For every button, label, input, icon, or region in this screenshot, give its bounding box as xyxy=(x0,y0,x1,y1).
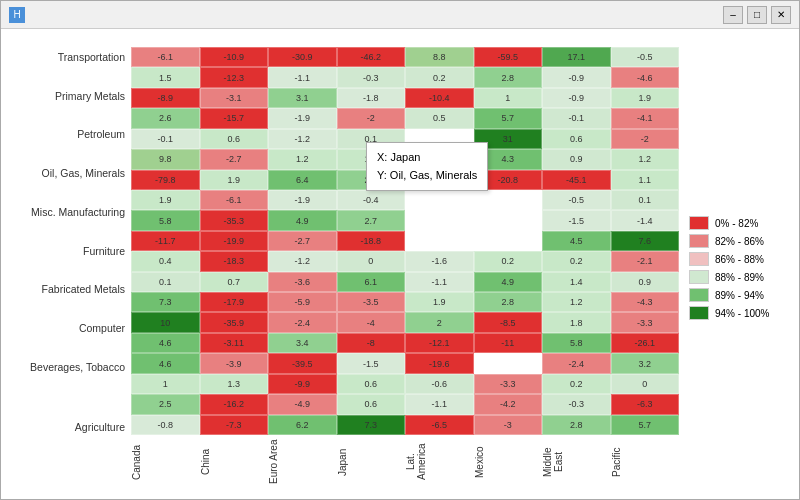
heatmap-cell[interactable]: -2.7 xyxy=(200,149,269,169)
heatmap-cell[interactable]: -15.9 xyxy=(405,170,474,190)
heatmap-cell[interactable]: -4.6 xyxy=(611,67,680,87)
heatmap-cell[interactable]: -0.3 xyxy=(337,67,406,87)
heatmap-cell[interactable]: 2.8 xyxy=(542,415,611,435)
heatmap-cell[interactable]: -59.5 xyxy=(474,47,543,67)
heatmap-cell[interactable]: -6.5 xyxy=(405,415,474,435)
heatmap-cell[interactable]: 1 xyxy=(131,374,200,394)
heatmap-cell[interactable]: -1.1 xyxy=(268,67,337,87)
heatmap-cell[interactable]: -19.9 xyxy=(200,231,269,251)
minimize-button[interactable]: – xyxy=(723,6,743,24)
heatmap-cell[interactable] xyxy=(405,231,474,251)
heatmap-cell[interactable]: -46.2 xyxy=(337,47,406,67)
heatmap-cell[interactable]: -0.5 xyxy=(611,47,680,67)
heatmap-cell[interactable]: 1.1 xyxy=(611,170,680,190)
heatmap-cell[interactable]: -16.2 xyxy=(200,394,269,414)
heatmap-cell[interactable]: 7.6 xyxy=(611,231,680,251)
heatmap-cell[interactable]: 1.2 xyxy=(611,149,680,169)
heatmap-cell[interactable]: 2.6 xyxy=(131,108,200,128)
heatmap-cell[interactable]: -3.3 xyxy=(611,312,680,332)
heatmap-cell[interactable]: -30.9 xyxy=(268,47,337,67)
heatmap-cell[interactable]: 1.2 xyxy=(268,149,337,169)
heatmap-cell[interactable]: 4.3 xyxy=(474,149,543,169)
heatmap-cell[interactable]: -3.9 xyxy=(200,353,269,373)
close-button[interactable]: ✕ xyxy=(771,6,791,24)
heatmap-cell[interactable]: 0.1 xyxy=(337,129,406,149)
heatmap-cell[interactable]: 1.3 xyxy=(200,374,269,394)
heatmap-cell[interactable]: -2.1 xyxy=(611,251,680,271)
heatmap-cell[interactable]: -1.2 xyxy=(268,129,337,149)
heatmap-cell[interactable]: 1.9 xyxy=(405,292,474,312)
heatmap-cell[interactable]: 0.4 xyxy=(131,251,200,271)
heatmap-cell[interactable]: -20.8 xyxy=(474,170,543,190)
heatmap-cell[interactable]: 1.4 xyxy=(542,272,611,292)
heatmap-cell[interactable]: 6.4 xyxy=(268,170,337,190)
heatmap-cell[interactable]: -15.7 xyxy=(200,108,269,128)
heatmap-cell[interactable]: 10 xyxy=(131,312,200,332)
heatmap-cell[interactable]: -1.5 xyxy=(542,210,611,230)
heatmap-cell[interactable]: -0.9 xyxy=(542,88,611,108)
heatmap-cell[interactable]: -1.6 xyxy=(405,251,474,271)
heatmap-cell[interactable]: -19.6 xyxy=(405,353,474,373)
heatmap-cell[interactable]: 0.9 xyxy=(542,149,611,169)
heatmap-cell[interactable]: 5.8 xyxy=(131,210,200,230)
heatmap-cell[interactable]: -35.9 xyxy=(200,312,269,332)
heatmap-cell[interactable]: 3.1 xyxy=(268,88,337,108)
heatmap-cell[interactable]: 17.1 xyxy=(542,47,611,67)
heatmap-cell[interactable]: -4.9 xyxy=(268,394,337,414)
heatmap-cell[interactable]: 0.1 xyxy=(611,190,680,210)
heatmap-cell[interactable]: -26.1 xyxy=(611,333,680,353)
heatmap-cell[interactable]: -39.5 xyxy=(268,353,337,373)
heatmap-cell[interactable]: 1.9 xyxy=(200,170,269,190)
heatmap-cell[interactable]: -3 xyxy=(474,415,543,435)
heatmap-cell[interactable]: 6.2 xyxy=(268,415,337,435)
heatmap-cell[interactable]: 0.1 xyxy=(131,272,200,292)
heatmap-cell[interactable]: 0.7 xyxy=(200,272,269,292)
heatmap-cell[interactable]: 4.5 xyxy=(542,231,611,251)
heatmap-cell[interactable]: -1.1 xyxy=(405,272,474,292)
heatmap-cell[interactable]: -0.9 xyxy=(542,67,611,87)
heatmap-cell[interactable]: -1.9 xyxy=(405,149,474,169)
heatmap-cell[interactable]: 7.3 xyxy=(337,415,406,435)
heatmap-cell[interactable]: 0 xyxy=(337,251,406,271)
heatmap-cell[interactable]: 0.2 xyxy=(542,251,611,271)
heatmap-cell[interactable]: -1.9 xyxy=(268,190,337,210)
heatmap-cell[interactable]: 0.6 xyxy=(200,129,269,149)
heatmap-cell[interactable]: 1.8 xyxy=(542,312,611,332)
heatmap-cell[interactable]: -12.3 xyxy=(200,67,269,87)
heatmap-cell[interactable] xyxy=(405,210,474,230)
heatmap-cell[interactable]: 1.9 xyxy=(131,190,200,210)
heatmap-cell[interactable]: 31 xyxy=(474,129,543,149)
heatmap-cell[interactable]: 6.1 xyxy=(337,272,406,292)
heatmap-cell[interactable]: -0.1 xyxy=(542,108,611,128)
heatmap-cell[interactable]: -1.5 xyxy=(337,353,406,373)
heatmap-cell[interactable]: -3.5 xyxy=(337,292,406,312)
heatmap-cell[interactable]: -6.3 xyxy=(611,394,680,414)
heatmap-cell[interactable]: 3.4 xyxy=(268,333,337,353)
heatmap-cell[interactable]: 4.9 xyxy=(268,210,337,230)
heatmap-cell[interactable]: -1.8 xyxy=(337,88,406,108)
heatmap-cell[interactable]: -0.4 xyxy=(337,190,406,210)
heatmap-cell[interactable]: 1.9 xyxy=(611,88,680,108)
heatmap-cell[interactable]: 7.3 xyxy=(131,292,200,312)
heatmap-cell[interactable]: -0.6 xyxy=(405,374,474,394)
heatmap-cell[interactable]: 1.2 xyxy=(542,292,611,312)
heatmap-cell[interactable] xyxy=(474,210,543,230)
heatmap-cell[interactable]: -11.7 xyxy=(131,231,200,251)
heatmap-cell[interactable]: 0.6 xyxy=(337,374,406,394)
maximize-button[interactable]: □ xyxy=(747,6,767,24)
heatmap-cell[interactable]: -45.1 xyxy=(542,170,611,190)
heatmap-cell[interactable]: 2.8 xyxy=(474,67,543,87)
heatmap-cell[interactable]: -18.3 xyxy=(200,251,269,271)
heatmap-cell[interactable]: 0 xyxy=(611,374,680,394)
heatmap-cell[interactable]: 1 xyxy=(474,88,543,108)
heatmap-cell[interactable]: -1.4 xyxy=(611,210,680,230)
heatmap-cell[interactable]: 1.5 xyxy=(131,67,200,87)
heatmap-cell[interactable]: -3.3 xyxy=(474,374,543,394)
heatmap-cell[interactable]: -4.2 xyxy=(474,394,543,414)
heatmap-cell[interactable]: -8.5 xyxy=(474,312,543,332)
heatmap-cell[interactable]: 5.7 xyxy=(611,415,680,435)
heatmap-cell[interactable]: 0.2 xyxy=(405,67,474,87)
heatmap-cell[interactable]: 1.1 xyxy=(337,149,406,169)
heatmap-cell[interactable]: 0.6 xyxy=(542,129,611,149)
heatmap-cell[interactable]: 5.8 xyxy=(542,333,611,353)
